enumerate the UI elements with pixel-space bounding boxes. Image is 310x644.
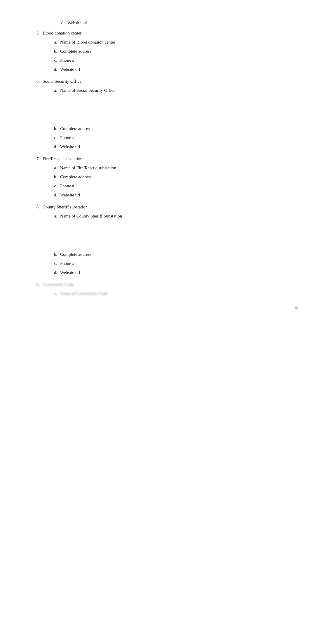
main-item-content: Social Security Office a. Name of Social… (43, 79, 286, 153)
main-item-num-blurred: 9. (24, 282, 43, 287)
sub-text: Website url (60, 144, 80, 149)
sub-text: Name of Social Security Office (60, 88, 115, 93)
sub-letter: a. (48, 214, 60, 219)
document-content: d. Website url 5. Blood donation center … (24, 12, 286, 310)
main-item-content: Blood donation center a. Name of Blood d… (43, 31, 286, 76)
sub-text: Phone # (60, 58, 74, 63)
main-item-label: Social Security Office (43, 79, 286, 84)
sub-text: Website url (60, 193, 80, 198)
sub-text: Complete address (60, 175, 91, 179)
sub-letter: d. (48, 270, 60, 275)
main-item-num: 5. (24, 31, 43, 36)
sub-item-letter: d. (56, 20, 67, 25)
sub-letter: a. (48, 40, 60, 45)
sub-text-blurred: Name of Community Code (60, 291, 108, 296)
main-item-label: Blood donation center (43, 31, 286, 36)
sub-letter: d. (48, 193, 60, 198)
main-item-label: Fire/Rescue substation (43, 156, 286, 161)
sub-letter: d. (48, 144, 60, 149)
sub-letter-blurred: a. (48, 291, 60, 296)
main-item-num: 8. (24, 205, 43, 210)
sub-letter: c. (48, 261, 60, 266)
sub-text: Phone # (60, 261, 74, 266)
sub-letter: b. (48, 126, 60, 131)
sub-text: Name of Fire/Rescue substation (60, 165, 116, 170)
main-item-num: 7. (24, 156, 43, 161)
sub-text: Name of County Sheriff Substation (60, 214, 122, 219)
scroll-indicator (295, 306, 298, 310)
main-item-content: Fire/Rescue substation a. Name of Fire/R… (43, 156, 286, 202)
main-item-content-blurred: Community Code a. Name of Community Code (43, 282, 286, 300)
sub-text: Name of Blood donation center (60, 40, 115, 45)
sub-text: Complete address (60, 49, 91, 54)
main-item-num: 6. (24, 79, 43, 84)
sub-letter: c. (48, 135, 60, 140)
sub-letter: a. (48, 88, 60, 93)
main-item-label: County Sheriff substation (43, 205, 286, 210)
sub-text: Complete address (60, 252, 91, 257)
sub-letter: b. (48, 175, 60, 179)
sub-text: Phone # (60, 184, 74, 189)
sub-letter: c. (48, 184, 60, 189)
sub-text: Website url (60, 67, 80, 72)
sub-letter: b. (48, 252, 60, 257)
main-item-content: County Sheriff substation a. Name of Cou… (43, 205, 286, 279)
sub-letter: c. (48, 58, 60, 63)
main-item-label-blurred: Community Code (43, 282, 286, 287)
sub-letter: d. (48, 67, 60, 72)
sub-text: Website url (60, 270, 80, 275)
sub-letter: b. (48, 49, 60, 54)
sub-letter: a. (48, 165, 60, 170)
sub-text: Phone # (60, 135, 74, 140)
sub-item-text: Website url (67, 20, 87, 25)
sub-text: Complete address (60, 126, 91, 131)
